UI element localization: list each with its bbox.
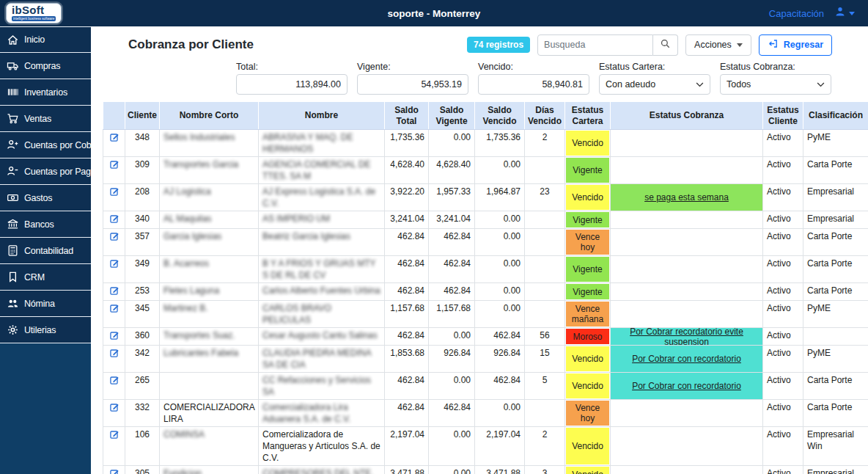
edit-row-button[interactable] (103, 301, 125, 328)
edit-icon[interactable] (109, 260, 119, 271)
sidebar-item-bancos[interactable]: Bancos (0, 211, 91, 238)
cell-estatus-cliente: Activo (763, 229, 803, 256)
edit-icon[interactable] (109, 305, 119, 316)
cell-estatus-cobranza[interactable]: Por Cobrar con recordatorio (611, 346, 763, 373)
sidebar-item-inventarios[interactable]: Inventarios (0, 79, 91, 106)
edit-icon[interactable] (109, 233, 119, 244)
edit-row-button[interactable] (103, 400, 125, 427)
edit-row-button[interactable] (103, 130, 125, 157)
vigente-input[interactable] (357, 74, 468, 95)
cell-saldo-vigente: 462.84 (429, 229, 475, 256)
edit-icon[interactable] (109, 189, 119, 199)
chevron-down-icon (737, 43, 743, 47)
sidebar-item-compras[interactable]: Compras (0, 53, 91, 79)
column-header-dias-vencido[interactable]: Días Vencido (525, 102, 565, 130)
estatus-cobranza-value: Todos (727, 79, 751, 90)
total-input[interactable] (236, 74, 347, 95)
cell-dias-vencido: 3 (525, 466, 565, 474)
cobranza-status-link[interactable]: Por Cobrar con recordatorio (611, 346, 762, 372)
edit-icon[interactable] (109, 134, 119, 145)
cell-saldo-total: 462.84 (385, 400, 429, 427)
cobranza-status-link[interactable]: Por Cobrar con recordatorio (611, 373, 762, 399)
edit-row-button[interactable] (103, 346, 125, 373)
edit-icon[interactable] (109, 216, 119, 226)
sidebar-item-gastos[interactable]: Gastos (0, 185, 91, 211)
edit-row-button[interactable] (103, 427, 125, 466)
estatus-cobranza-label: Estatus Cobranza: (720, 62, 831, 72)
edit-row-button[interactable] (103, 229, 125, 256)
edit-row-button[interactable] (103, 328, 125, 346)
column-header-saldo-vencido[interactable]: Saldo Vencido (475, 102, 525, 130)
page-title: Cobranza por Cliente (128, 37, 254, 52)
cell-nombre: AGENCIA COMERCIAL DE TTES. SA M (259, 157, 385, 184)
edit-row-button[interactable] (103, 466, 125, 474)
edit-icon[interactable] (109, 332, 119, 343)
cell-estatus-cobranza[interactable]: Por Cobrar con recordatorio (611, 373, 763, 400)
edit-icon[interactable] (109, 288, 119, 298)
search-input[interactable] (537, 34, 653, 56)
back-button[interactable]: Regresar (759, 34, 832, 56)
cell-dias-vencido: 15 (525, 346, 565, 373)
actions-button[interactable]: Acciones (685, 34, 751, 56)
sidebar-item-crm[interactable]: CRM (0, 264, 91, 291)
sidebar-item-utilerias[interactable]: Utilerias (0, 317, 91, 343)
edit-icon[interactable] (109, 377, 119, 387)
cartera-status-chip: Vencido (566, 428, 609, 464)
search-button[interactable] (653, 34, 678, 56)
edit-icon[interactable] (109, 431, 119, 442)
cell-nombre: CC Refacciones y Servicios SA (259, 373, 385, 400)
edit-row-button[interactable] (103, 184, 125, 211)
column-header-nombre[interactable]: Nombre (259, 102, 385, 130)
column-header-estatus-cobranza[interactable]: Estatus Cobranza (611, 102, 763, 130)
edit-row-button[interactable] (103, 283, 125, 301)
capacitacion-link[interactable]: Capacitación (769, 8, 824, 19)
sidebar-item-ventas[interactable]: Ventas (0, 106, 91, 132)
sidebar-item-inicio[interactable]: Inicio (0, 26, 91, 53)
cobranza-status-link[interactable]: se paga esta semana (611, 184, 762, 211)
cell-cliente: 345 (125, 301, 160, 328)
vencido-input[interactable] (478, 74, 589, 95)
column-header-cliente[interactable]: Cliente (125, 102, 160, 130)
cell-estatus-cobranza (611, 301, 763, 328)
column-header-edit[interactable] (103, 102, 125, 130)
estatus-cobranza-select[interactable]: Todos (720, 74, 831, 95)
cell-nombre: CARLOS BRAVO PELICULAS (259, 301, 385, 328)
edit-icon[interactable] (109, 404, 119, 415)
edit-row-button[interactable] (103, 373, 125, 400)
cell-estatus-cobranza (611, 283, 763, 301)
column-header-saldo-vigente[interactable]: Saldo Vigente (429, 102, 475, 130)
column-header-clasificacion[interactable]: Clasificación (803, 102, 868, 130)
cell-estatus-cartera: Vence hoyVence hoy (565, 400, 611, 427)
edit-row-button[interactable] (103, 256, 125, 283)
cell-saldo-vigente: 462.84 (429, 283, 475, 301)
user-menu[interactable] (834, 6, 855, 21)
sidebar-item-cuentas-por-pagar[interactable]: Cuentas por Pagar (0, 158, 91, 185)
sidebar-item-nomina[interactable]: Nómina (0, 291, 91, 317)
sidebar-item-cuentas-por-cobrar[interactable]: Cuentas por Cobrar (0, 132, 91, 158)
table-row: 360Transportes Suaz.Cesar Augusto Cantu … (103, 328, 868, 346)
estatus-cartera-select[interactable]: Con adeudo (599, 74, 710, 95)
cobranza-status-link[interactable]: Por Cobrar recordatorio evite suspension (611, 328, 762, 345)
edit-row-button[interactable] (103, 211, 125, 229)
cell-nombre: CLAUDIA PIEDRA MEDINA SA DE CIA (259, 346, 385, 373)
edit-icon[interactable] (109, 350, 119, 360)
cell-saldo-total: 462.84 (385, 256, 429, 283)
back-arrow-icon (768, 38, 779, 51)
cell-nombre-corto: Transportes Garcia (160, 157, 259, 184)
cell-saldo-vigente: 1,957.33 (429, 184, 475, 211)
table-row: 357Garcia IglesiasBeatriz Garcia Iglesia… (103, 229, 868, 256)
column-header-estatus-cartera[interactable]: Estatus Cartera (565, 102, 611, 130)
cell-cliente: 305 (125, 466, 160, 474)
edit-icon[interactable] (109, 470, 119, 474)
cell-estatus-cobranza[interactable]: se paga esta semana (611, 184, 763, 211)
column-header-estatus-cliente[interactable]: Estatus Cliente (763, 102, 803, 130)
column-header-saldo-total[interactable]: Saldo Total (385, 102, 429, 130)
edit-icon[interactable] (109, 161, 119, 172)
cell-clasificacion: Carta Porte (803, 229, 868, 256)
person-plus-icon (7, 139, 19, 151)
cell-estatus-cobranza (611, 130, 763, 157)
column-header-nombre-corto[interactable]: Nombre Corto (160, 102, 259, 130)
sidebar-item-contabilidad[interactable]: Contabilidad (0, 238, 91, 264)
edit-row-button[interactable] (103, 157, 125, 184)
cell-estatus-cobranza[interactable]: Por Cobrar recordatorio evite suspension (611, 328, 763, 346)
